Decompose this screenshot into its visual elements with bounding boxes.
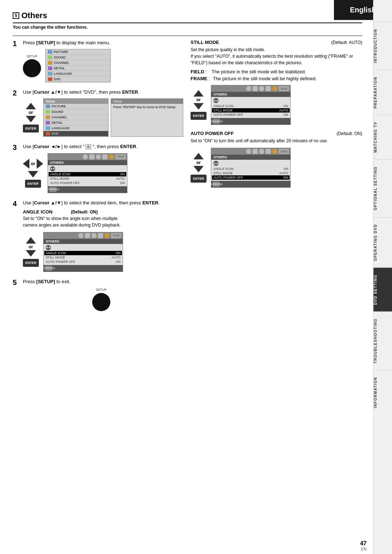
step-5: 5 Press [SETUP] to exit. SETUP (13, 278, 180, 311)
auto-still-value: AUTO (279, 171, 288, 175)
still-row-auto: AUTO POWER OFF ON (213, 113, 288, 117)
sidebar-operating-dvd: OPERATING DVD (373, 217, 392, 268)
s2-sound-icon (46, 110, 50, 114)
others-screen-still: TITLE OTHERS ◄► ANGLE ICON ON (211, 85, 291, 125)
frame-sub: FRAME : The picture in the still mode wi… (191, 76, 362, 81)
s2-language: LANGUAGE (44, 126, 108, 131)
auto-label: AUTO POWER OFF (50, 181, 80, 185)
icon-5s (272, 86, 277, 91)
auto-power-header: AUTO POWER OFF (Default: ON) (191, 131, 362, 137)
others-title-still: OTHERS (211, 92, 290, 97)
auto-angle-value: ON (283, 167, 289, 171)
menu-detail: DETAIL (46, 66, 110, 71)
others-topbar-still: TITLE (211, 85, 290, 92)
auto-power-illustration: or ENTER TITLE OTHERS (191, 148, 362, 188)
still-row-angle: ANGLE ICON ON (213, 104, 288, 108)
auto-power-section: AUTO POWER OFF (Default: ON) Set to "ON"… (191, 131, 362, 188)
others-nav-row-4: ◄► (46, 245, 121, 250)
nav-icon-4: ◄► (46, 245, 51, 250)
others-title-4: OTHERS (44, 239, 123, 244)
two-col-layout: 1 Press [SETUP] to display the main menu… (13, 40, 362, 318)
arrow-down (26, 116, 36, 122)
icon-4b (98, 233, 103, 238)
auto-auto-label: AUTO POWER OFF (213, 176, 243, 179)
s2-language-icon (46, 126, 50, 130)
subtitle: You can change the other functions. (13, 25, 362, 30)
s2-detail: DETAIL (44, 120, 108, 126)
s2-picture-icon (46, 105, 50, 108)
still-nav: or ENTER (191, 90, 207, 120)
others-nav-auto: ◄► (213, 161, 288, 166)
checkbox-icon: 5 (13, 12, 19, 19)
sidebar-dvd-setting: DVD SETTING (373, 268, 392, 311)
step-2-illustration: or ENTER Setup PICTURE (23, 98, 183, 137)
step-5-text: Press [SETUP] to exit. (23, 278, 180, 285)
still-auto-label: AUTO POWER OFF (213, 113, 243, 117)
angle-label: ANGLE ICON (50, 172, 70, 176)
auto-power-label: AUTO POWER OFF (191, 131, 234, 136)
others-nav-still: ◄► (213, 98, 288, 103)
others-screen-3: TITLE OTHERS ◄► ANGLE ICON (48, 153, 127, 193)
arrow-right (37, 159, 43, 169)
dvd-icon (48, 77, 52, 81)
step-5-content: Press [SETUP] to exit. SETUP (23, 278, 180, 311)
others-screen-auto: TITLE OTHERS ◄► ANGLE ICON ON (211, 148, 291, 188)
detail-icon (48, 66, 52, 70)
angle-value-4: ON (116, 251, 121, 255)
still-value-4: AUTO (111, 256, 121, 259)
others-body-still: ◄► ANGLE ICON ON STILL MODE AUTO (211, 97, 290, 118)
icon-1b (78, 233, 83, 238)
menu-picture: PICTURE (46, 49, 110, 55)
icon-3s (259, 86, 264, 91)
others-topbar-3: TITLE (48, 154, 127, 160)
s2-sound: SOUND (44, 109, 108, 115)
others-body-auto: ◄► ANGLE ICON ON STILL MODE AUTO (211, 160, 290, 181)
sidebar-watching-tv: WATCHING TV (373, 115, 392, 159)
enter-button: ENTER (23, 125, 39, 133)
nav-icon-auto: ◄► (213, 161, 219, 166)
icon-2s (253, 86, 258, 91)
page-number: 47 (360, 540, 367, 547)
still-mode-section: STILL MODE (Default: AUTO) Set the pictu… (191, 40, 362, 125)
auto-angle-label: ANGLE ICON (213, 167, 234, 171)
arrow-up (26, 103, 36, 109)
enter-btn-4: ENTER (23, 259, 39, 267)
still-mode-illustration: or ENTER TITLE OTHERS (191, 85, 362, 125)
nav-icon-inner: ◄► (50, 167, 56, 170)
menu-language-label: LANGUAGE (54, 72, 72, 76)
still-arrow-up (193, 90, 204, 97)
page-en: EN (361, 547, 367, 551)
auto-row-still: STILL MODE AUTO (213, 171, 288, 175)
menu-dvd-label: DVD (54, 77, 61, 81)
still-enter-btn: ENTER (191, 112, 207, 120)
menu-channel-label: CHANNEL (54, 61, 69, 65)
step-2-screens: Setup PICTURE SOUND CHANNEL (43, 98, 183, 137)
auto-value: ON (120, 181, 125, 185)
still-still-label: STILL MODE (213, 109, 233, 112)
angle-default: (Default: ON) (71, 209, 98, 215)
icon-6s: TITLE (279, 86, 289, 91)
icon-4 (102, 154, 107, 159)
channel-icon (48, 61, 52, 65)
others-bottom-4: ENTER/OK (44, 265, 123, 272)
enterok-btn: ENTER/OK (49, 187, 57, 192)
icon-6b: TITLE (111, 233, 121, 238)
nav-icon-inner-4: ◄► (45, 246, 51, 249)
sidebar-information: INFORMATION (373, 370, 392, 415)
step-5-setup-btn (92, 293, 110, 311)
others-bottom-3: ENTER/OK (48, 186, 127, 193)
others-topbar-auto: TITLE (211, 148, 290, 155)
or-label-3: or (31, 161, 35, 166)
icon-4s (266, 86, 271, 91)
frame-desc: The picture in the still mode will be hi… (213, 76, 317, 81)
still-arrow-down (193, 103, 204, 110)
icon-3b (91, 233, 97, 238)
field-desc: The picture in the still mode will be st… (212, 69, 306, 74)
auto-row-auto: AUTO POWER OFF ON (212, 175, 290, 180)
icon-1 (83, 154, 88, 159)
auto-still-label: STILL MODE (213, 171, 233, 175)
others-bottom-still: ENTER/OK (211, 118, 290, 125)
auto-arrow-up (193, 153, 204, 159)
nav-icon-inner-auto: ◄► (213, 162, 219, 165)
s2-detail-icon (46, 121, 50, 125)
